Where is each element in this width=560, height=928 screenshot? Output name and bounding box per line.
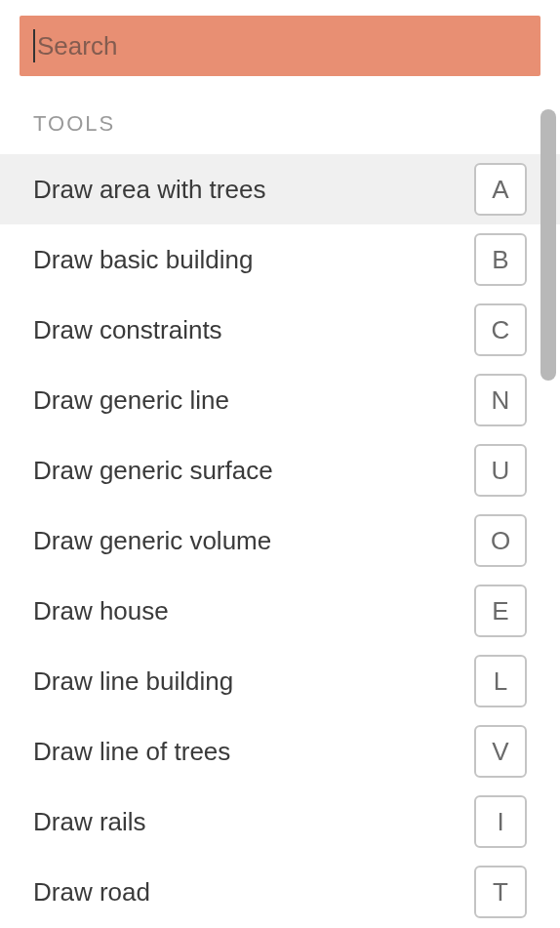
tool-label: Draw line building	[33, 666, 233, 697]
shortcut-key: E	[474, 585, 527, 637]
tool-item-draw-house[interactable]: Draw house E	[0, 576, 560, 646]
tool-label: Draw area with trees	[33, 175, 265, 205]
tool-label: Draw generic volume	[33, 526, 271, 556]
tool-list: Draw area with trees A Draw basic buildi…	[0, 154, 560, 927]
shortcut-key: I	[474, 795, 527, 848]
tool-item-draw-line-of-trees[interactable]: Draw line of trees V	[0, 716, 560, 787]
shortcut-key: L	[474, 655, 527, 707]
tool-item-draw-road[interactable]: Draw road T	[0, 857, 560, 927]
tool-item-draw-constraints[interactable]: Draw constraints C	[0, 295, 560, 365]
tool-item-draw-generic-surface[interactable]: Draw generic surface U	[0, 435, 560, 505]
text-cursor	[33, 29, 35, 62]
shortcut-key: C	[474, 303, 527, 356]
tools-panel: TOOLS Draw area with trees A Draw basic …	[0, 0, 560, 928]
tool-label: Draw rails	[33, 807, 146, 837]
tool-label: Draw basic building	[33, 245, 253, 275]
scrollbar-thumb[interactable]	[540, 109, 556, 381]
tool-item-draw-rails[interactable]: Draw rails I	[0, 787, 560, 857]
tool-label: Draw road	[33, 877, 150, 908]
tool-item-draw-generic-line[interactable]: Draw generic line N	[0, 365, 560, 435]
search-box[interactable]	[20, 16, 540, 76]
tool-label: Draw house	[33, 596, 169, 626]
shortcut-key: V	[474, 725, 527, 778]
tool-label: Draw line of trees	[33, 737, 230, 767]
shortcut-key: B	[474, 233, 527, 286]
shortcut-key: A	[474, 163, 527, 216]
tool-label: Draw generic surface	[33, 456, 273, 486]
tool-item-draw-basic-building[interactable]: Draw basic building B	[0, 224, 560, 295]
search-input[interactable]	[37, 31, 527, 61]
shortcut-key: T	[474, 866, 527, 918]
shortcut-key: U	[474, 444, 527, 497]
tool-label: Draw generic line	[33, 385, 229, 416]
tool-item-draw-line-building[interactable]: Draw line building L	[0, 646, 560, 716]
shortcut-key: N	[474, 374, 527, 426]
tool-item-draw-generic-volume[interactable]: Draw generic volume O	[0, 505, 560, 576]
shortcut-key: O	[474, 514, 527, 567]
section-header-tools: TOOLS	[0, 103, 560, 154]
tool-label: Draw constraints	[33, 315, 222, 345]
tool-item-draw-area-with-trees[interactable]: Draw area with trees A	[0, 154, 560, 224]
